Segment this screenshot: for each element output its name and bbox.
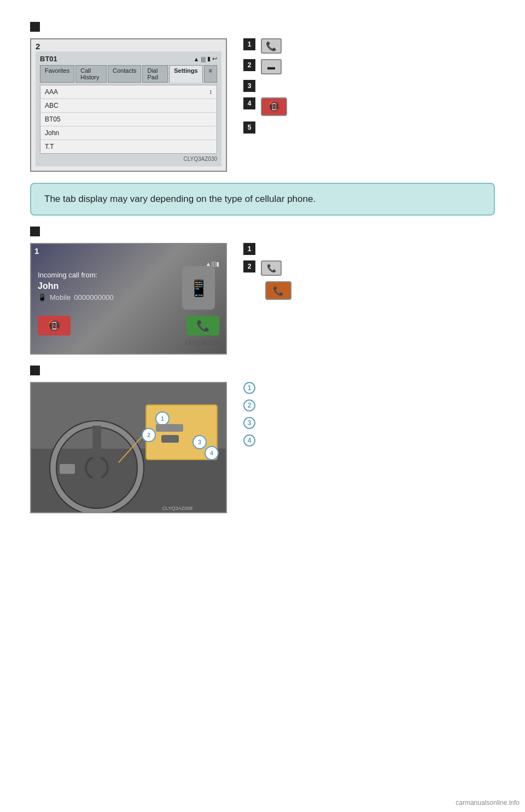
s2-num-item-2b: 📞 [265, 281, 495, 300]
num-item-1: 1 📞 [243, 38, 495, 54]
s3-num-item-1: 1 [243, 382, 495, 394]
svg-rect-21 [161, 435, 179, 443]
incoming-call-screen: 1 ▲|||▮ Incoming call from: John 📱 Mobil… [30, 243, 227, 355]
phone-icon-1: 📞 [261, 38, 282, 54]
s3-circle-1: 1 [243, 382, 255, 394]
svg-text:2: 2 [147, 432, 150, 438]
s2-num-item-2: 2 📞 [243, 260, 495, 276]
s2-badge-2: 2 [243, 260, 255, 272]
screen-contact-list: AAA↕ ABC BT05 John T.T [40, 85, 217, 154]
list-item-abc: ABC [40, 99, 217, 113]
num-content-4: 📵 [261, 97, 495, 116]
num-item-5: 5 [243, 121, 495, 134]
incoming-screen-label: 1 [34, 246, 39, 256]
incoming-inner: ▲|||▮ Incoming call from: John 📱 Mobile … [31, 244, 226, 353]
section2-content: 1 ▲|||▮ Incoming call from: John 📱 Mobil… [30, 243, 495, 355]
screen-topbar: BT01 ▲ ||| ▮ ↩ [40, 55, 217, 63]
svg-rect-20 [156, 424, 183, 432]
s2-orange-symbol: 📞 [273, 286, 284, 296]
svg-rect-9 [60, 464, 75, 474]
answer-icon: 📞 [196, 319, 210, 332]
settings-icon-2: ▬ [261, 59, 282, 74]
section3: 1 2 3 4 CLYQ3AZ008 [30, 366, 495, 513]
s2-orange-icon: 📞 [265, 281, 291, 300]
section3-square [30, 366, 40, 375]
info-box: The tab display may vary depending on th… [30, 183, 495, 216]
num-content-2: ▬ [261, 59, 495, 74]
list-item-john: John [40, 126, 217, 140]
section1-content: 2 BT01 ▲ ||| ▮ ↩ Favorites Call History [30, 38, 495, 172]
s3-num-item-2: 2 [243, 399, 495, 411]
steering-wheel-image: 1 2 3 4 CLYQ3AZ008 [30, 382, 227, 513]
badge-2: 2 [243, 59, 255, 71]
section1: 2 BT01 ▲ ||| ▮ ↩ Favorites Call History [30, 22, 495, 172]
screen-mockup-label: 2 [34, 42, 41, 51]
settings-symbol-2: ▬ [267, 62, 275, 71]
section3-header [30, 366, 495, 375]
section3-numbered-items: 1 2 3 4 [243, 382, 495, 446]
svg-text:1: 1 [161, 415, 164, 422]
badge-3: 3 [243, 80, 255, 92]
s3-circle-2: 2 [243, 399, 255, 411]
s3-circle-3: 3 [243, 417, 255, 429]
answer-call-button[interactable]: 📞 [186, 316, 219, 335]
incoming-screen-code: CLYQ3AZ020 [38, 340, 219, 346]
s2-num-content-2: 📞 [261, 260, 495, 276]
list-item-tt: T.T [40, 140, 217, 153]
info-box-text: The tab display may vary depending on th… [44, 194, 316, 204]
steering-wheel-svg: 1 2 3 4 CLYQ3AZ008 [31, 383, 227, 513]
num-item-3: 3 [243, 80, 495, 92]
back-icon: ↩ [212, 55, 217, 62]
screen-icons: ▲ ||| ▮ ↩ [194, 55, 217, 62]
svg-text:CLYQ3AZ008: CLYQ3AZ008 [162, 506, 192, 511]
screen-title: BT01 [40, 55, 57, 63]
incoming-number: 0000000000 [74, 293, 113, 301]
s2-badge-1: 1 [243, 243, 255, 255]
website-watermark: carmanualsonline.info [456, 799, 520, 807]
tab-more[interactable]: ≡ [204, 65, 217, 83]
tab-contacts[interactable]: Contacts [108, 65, 141, 83]
screen-mockup-1: 2 BT01 ▲ ||| ▮ ↩ Favorites Call History [30, 38, 227, 172]
s2-num-item-1: 1 [243, 243, 495, 255]
decline-call-button[interactable]: 📵 [38, 316, 71, 335]
section2-square [30, 227, 40, 236]
svg-text:4: 4 [210, 450, 214, 456]
section1-square [30, 22, 40, 32]
s3-num-item-4: 4 [243, 434, 495, 446]
s3-circle-4: 4 [243, 434, 255, 446]
battery-icon: ▮ [207, 55, 211, 62]
phone-silhouette-icon: 📱 [189, 279, 209, 298]
section1-numbered-items: 1 📞 2 ▬ [243, 38, 495, 134]
s2-answer-symbol: 📞 [267, 264, 276, 272]
incoming-type: Mobile [50, 293, 71, 301]
end-call-symbol: 📵 [268, 101, 280, 113]
page-content: 2 BT01 ▲ ||| ▮ ↩ Favorites Call History [0, 0, 525, 557]
list-item-aaa: AAA↕ [40, 85, 217, 99]
phone-silhouette: 📱 [182, 266, 215, 310]
badge-5: 5 [243, 121, 255, 134]
tab-settings[interactable]: Settings [169, 65, 202, 83]
svg-text:3: 3 [198, 439, 201, 445]
signal-bars: ||| [201, 56, 206, 62]
section2: 1 ▲|||▮ Incoming call from: John 📱 Mobil… [30, 227, 495, 355]
badge-4: 4 [243, 97, 255, 109]
tab-favorites[interactable]: Favorites [40, 65, 74, 83]
signal-icon: ▲ [194, 56, 200, 62]
mobile-icon: 📱 [38, 293, 46, 301]
tab-dialpad[interactable]: Dial Pad [142, 65, 168, 83]
s2-num-content-2b: 📞 [265, 281, 495, 300]
decline-icon: 📵 [48, 319, 61, 332]
section1-header [30, 22, 495, 32]
incoming-buttons: 📵 📞 [38, 312, 219, 338]
screen-code-1: CLYQ3AZ030 [40, 156, 217, 162]
screen-inner: BT01 ▲ ||| ▮ ↩ Favorites Call History Co… [36, 51, 221, 166]
s3-num-item-3: 3 [243, 417, 495, 429]
num-content-1: 📞 [261, 38, 495, 54]
section2-header [30, 227, 495, 236]
num-item-4: 4 📵 [243, 97, 495, 116]
section3-content: 1 2 3 4 CLYQ3AZ008 [30, 382, 495, 513]
tab-callhistory[interactable]: Call History [75, 65, 107, 83]
screen-tabs[interactable]: Favorites Call History Contacts Dial Pad… [40, 65, 217, 83]
list-item-bt05: BT05 [40, 113, 217, 126]
num-item-2: 2 ▬ [243, 59, 495, 74]
